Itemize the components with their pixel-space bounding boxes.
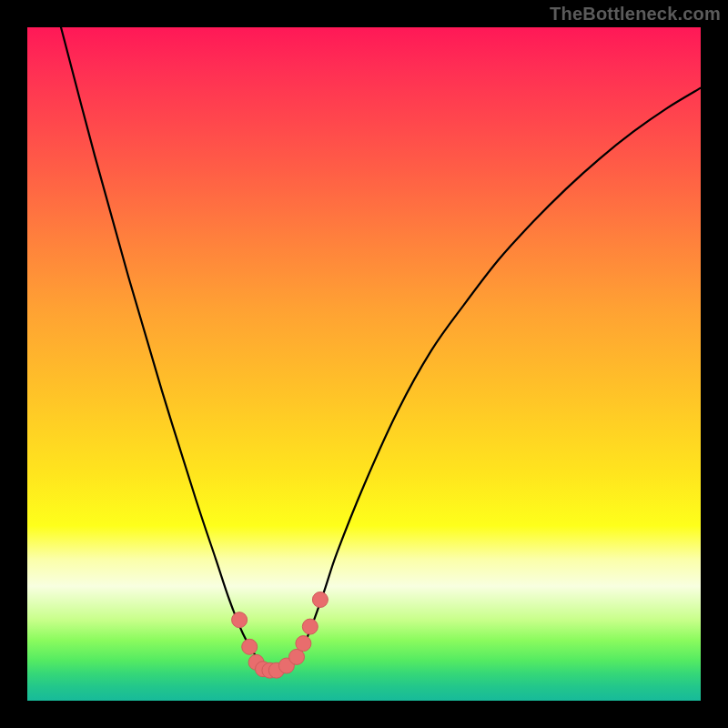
curve-marker <box>242 639 258 654</box>
curve-markers <box>232 592 329 679</box>
outer-frame: TheBottleneck.com <box>0 0 728 728</box>
watermark-text: TheBottleneck.com <box>550 4 721 25</box>
plot-area <box>27 27 701 701</box>
bottleneck-curve-path <box>61 27 701 671</box>
curve-marker <box>296 636 311 652</box>
curve-marker <box>312 592 328 608</box>
curve-marker <box>232 612 248 628</box>
curve-marker <box>302 619 318 634</box>
chart-svg <box>27 27 701 701</box>
